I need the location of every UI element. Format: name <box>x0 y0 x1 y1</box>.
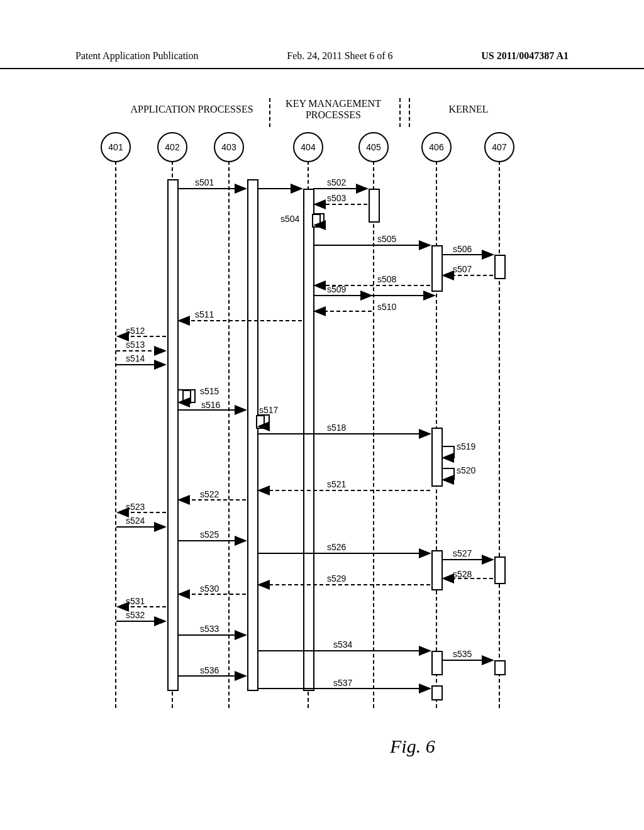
msg-s518: s518 <box>327 423 346 433</box>
msg-s503: s503 <box>327 193 346 203</box>
msg-s512: s512 <box>126 326 145 336</box>
msg-s513: s513 <box>126 340 145 350</box>
msg-s514: s514 <box>126 353 145 363</box>
msg-s507: s507 <box>453 264 472 274</box>
msg-s517: s517 <box>259 405 278 415</box>
msg-s535: s535 <box>453 649 472 659</box>
msg-s504: s504 <box>280 214 299 224</box>
msg-s505: s505 <box>377 234 396 244</box>
msg-s527: s527 <box>453 548 472 558</box>
arrows-svg <box>0 0 644 830</box>
msg-s522: s522 <box>200 489 219 499</box>
msg-s528: s528 <box>453 569 472 579</box>
msg-s530: s530 <box>200 584 219 594</box>
msg-s536: s536 <box>200 665 219 675</box>
msg-s509: s509 <box>327 284 346 294</box>
msg-s523: s523 <box>126 502 145 512</box>
msg-s511: s511 <box>195 309 214 319</box>
msg-s521: s521 <box>327 479 346 489</box>
msg-s531: s531 <box>126 596 145 606</box>
msg-s501: s501 <box>195 177 214 187</box>
msg-s510: s510 <box>377 302 396 312</box>
msg-s526: s526 <box>327 542 346 552</box>
msg-s532: s532 <box>126 610 145 620</box>
msg-s508: s508 <box>377 274 396 284</box>
msg-s502: s502 <box>327 177 346 187</box>
msg-s515: s515 <box>200 386 219 396</box>
msg-s537: s537 <box>333 678 352 688</box>
msg-s533: s533 <box>200 624 219 634</box>
msg-s534: s534 <box>333 639 352 650</box>
page-root: Patent Application Publication Feb. 24, … <box>0 0 644 830</box>
msg-s516: s516 <box>201 400 220 410</box>
msg-s529: s529 <box>327 573 346 584</box>
msg-s506: s506 <box>453 244 472 254</box>
msg-s525: s525 <box>200 529 219 540</box>
msg-s519: s519 <box>457 441 475 451</box>
msg-s524: s524 <box>126 516 145 526</box>
msg-s520: s520 <box>457 465 475 475</box>
